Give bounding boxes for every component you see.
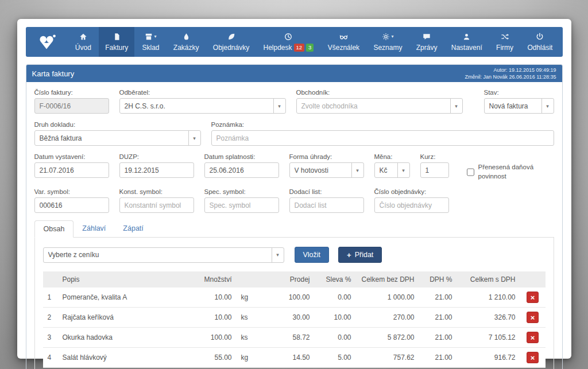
power-icon xyxy=(536,32,544,41)
druh-dokladu-select[interactable]: Běžná faktura ▾ xyxy=(34,130,201,146)
caret-down-icon: ▾ xyxy=(154,34,156,39)
field-dodaci-list: Dodací list: xyxy=(289,188,364,213)
delete-row-button[interactable]: × xyxy=(527,332,539,343)
nav-label: Sklad xyxy=(142,44,159,52)
forma-uhrady-label: Forma úhrady: xyxy=(289,153,364,160)
changed-line: Změnil: Jan Novák 26.06.2016 11:28:35 xyxy=(465,73,556,80)
cell-dph: 21.00 xyxy=(419,288,457,308)
col-sleva: Sleva % xyxy=(315,271,356,288)
cell-celkem-bez-dph: 757.62 xyxy=(356,348,419,368)
datum-splatnosti-input[interactable] xyxy=(204,162,279,178)
field-datum-vystaveni: Datum vystavení: xyxy=(34,153,109,181)
delete-x-icon: × xyxy=(531,354,535,362)
pricelist-select[interactable]: Vyberte z ceníku ▾ xyxy=(43,247,284,263)
stav-select[interactable]: Nová faktura ▾ xyxy=(484,98,554,114)
konst-symbol-input[interactable] xyxy=(119,197,194,213)
prenesena-checkbox[interactable] xyxy=(467,164,474,181)
cell-dph: 21.00 xyxy=(419,308,457,328)
mena-select[interactable]: Kč ▾ xyxy=(374,162,410,178)
panel-body: Číslo faktury: Odběratel: 2H C.S. s.r.o.… xyxy=(26,82,562,369)
cell-jednotka: kg xyxy=(237,288,263,308)
table-row: 2 Rajčata keříková 10.00 ks 30.00 10.00 … xyxy=(43,308,546,328)
nav-item-zakazky[interactable]: Zakázky xyxy=(167,27,206,57)
nav-item-odhlasit[interactable]: Odhlásit xyxy=(521,27,559,57)
obchodnik-select[interactable]: Zvolte obchodníka ▾ xyxy=(296,98,463,114)
nav-item-seznamy[interactable]: ▾ Seznamy xyxy=(367,27,408,57)
cell-sleva: 0.00 xyxy=(315,328,356,348)
odberatel-select[interactable]: 2H C.S. s.r.o. ▾ xyxy=(119,98,286,114)
nav-label: Objednávky xyxy=(213,44,249,52)
home-icon xyxy=(79,32,87,41)
cell-prodej: 58.72 xyxy=(263,328,315,348)
field-poznamka: Poznámka: xyxy=(211,121,554,146)
nav-item-zpravy[interactable]: Zprávy xyxy=(410,27,444,57)
app-logo[interactable] xyxy=(26,27,68,57)
kurz-label: Kurz: xyxy=(420,153,449,160)
cell-celkem-s-dph: 326.70 xyxy=(457,308,520,328)
forma-uhrady-select[interactable]: V hotovosti ▾ xyxy=(289,162,364,178)
delete-row-button[interactable]: × xyxy=(527,292,539,303)
col-celkem-bez-dph: Celkem bez DPH xyxy=(356,271,419,288)
col-popis: Popis xyxy=(58,271,191,288)
datum-vystaveni-input[interactable] xyxy=(34,162,109,178)
prenesena-checkbox-row[interactable]: Přenesená daňová povinnost xyxy=(467,163,554,181)
dodaci-list-input[interactable] xyxy=(289,197,364,213)
cell-number: 2 xyxy=(43,308,58,328)
kurz-input[interactable] xyxy=(420,162,449,178)
form-row-4: Var. symbol: Konst. symbol: Spec. symbol… xyxy=(34,188,554,213)
druh-dokladu-value: Běžná faktura xyxy=(40,134,185,142)
nav-item-sklad[interactable]: ▾ Sklad xyxy=(136,27,165,57)
chat-icon xyxy=(423,32,431,41)
nav-item-nastaveni[interactable]: Nastavení xyxy=(445,27,489,57)
poznamka-input[interactable] xyxy=(211,130,554,146)
var-symbol-input[interactable] xyxy=(34,197,109,213)
spec-symbol-input[interactable] xyxy=(204,197,279,213)
delete-row-button[interactable]: × xyxy=(527,312,539,323)
cell-prodej: 100.00 xyxy=(263,288,315,308)
nav-item-uvod[interactable]: Úvod xyxy=(69,27,98,57)
pridat-button[interactable]: + Přidat xyxy=(338,247,382,263)
cell-celkem-s-dph: 1 210.00 xyxy=(457,288,520,308)
datum-splatnosti-label: Datum splatnosti: xyxy=(204,153,279,160)
cell-number: 1 xyxy=(43,288,58,308)
nav-item-faktury[interactable]: Faktury xyxy=(99,27,134,57)
cislo-objednavky-input[interactable] xyxy=(374,197,449,213)
col-number xyxy=(43,271,58,288)
page-title: Karta faktury xyxy=(32,69,75,78)
gear-icon: ▾ xyxy=(382,32,393,41)
chevron-down-icon: ▾ xyxy=(273,99,285,113)
field-druh-dokladu: Druh dokladu: Běžná faktura ▾ xyxy=(34,121,201,146)
nav-item-vseznalek[interactable]: Všeználek xyxy=(322,27,366,57)
cell-celkem-s-dph: 916.72 xyxy=(457,348,520,368)
delete-row-button[interactable]: × xyxy=(527,352,539,363)
app-window: Úvod Faktury ▾ Sklad Zakázky Obj xyxy=(17,19,571,359)
nav-label: Odhlásit xyxy=(527,44,552,52)
panel-header: Karta faktury Autor: 19.12.2015 09:49:19… xyxy=(26,65,562,82)
tab-pane-obsah: Vyberte z ceníku ▾ Vložit + Přidat Popis xyxy=(34,238,554,369)
cell-mnozstvi: 100.00 xyxy=(191,328,237,348)
tab-zahlavi[interactable]: Záhlaví xyxy=(74,220,114,238)
field-obchodnik: Obchodník: Zvolte obchodníka ▾ xyxy=(296,89,463,114)
tab-zapati[interactable]: Zápatí xyxy=(114,220,152,238)
nav-item-objednavky[interactable]: Objednávky xyxy=(207,27,256,57)
shuffle-icon xyxy=(501,32,509,41)
glasses-icon xyxy=(339,32,348,41)
nav-label: Firmy xyxy=(496,44,513,52)
nav-item-firmy[interactable]: Firmy xyxy=(490,27,520,57)
spec-symbol-label: Spec. symbol: xyxy=(204,188,279,195)
duzp-label: DUZP: xyxy=(119,153,194,160)
tab-obsah[interactable]: Obsah xyxy=(34,220,74,238)
nav-label: Zakázky xyxy=(173,44,199,52)
vlozit-button[interactable]: Vložit xyxy=(295,247,330,263)
table-row: 3 Okurka hadovka 100.00 ks 58.72 0.00 5 … xyxy=(43,328,546,348)
delete-x-icon: × xyxy=(531,294,535,301)
cell-actions: × xyxy=(520,308,546,328)
nav-item-helpdesk[interactable]: Helpdesk 123 xyxy=(257,27,320,57)
helpdesk-open-badge: 12 xyxy=(294,44,305,51)
cislo-faktury-input xyxy=(34,98,109,114)
field-kurz: Kurz: xyxy=(420,153,449,181)
duzp-input[interactable] xyxy=(119,162,194,178)
cell-prodej: 30.00 xyxy=(263,308,315,328)
cell-popis: Okurka hadovka xyxy=(58,328,191,348)
table-row: 4 Salát hlávkový 55.00 kg 14.50 5.00 757… xyxy=(43,348,546,368)
